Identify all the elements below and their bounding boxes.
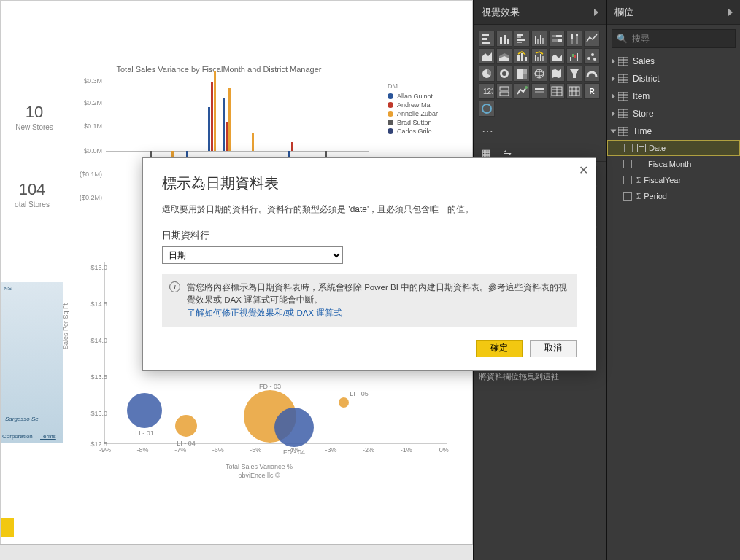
stacked-bar-chart-icon[interactable]: [479, 31, 495, 47]
svg-point-36: [587, 57, 590, 60]
legend-item: Allan Guinot: [388, 93, 438, 100]
mark-as-date-table-dialog: ✕ 標示為日期資料表 選取要用於日期的資料行。資料行的類型必須是 'date'，…: [142, 157, 596, 371]
bubble-label: FD - 03: [259, 383, 281, 390]
map-terms-link[interactable]: Terms: [40, 433, 56, 440]
filled-map-icon[interactable]: [549, 66, 565, 82]
chart2-ytick: $15.0: [90, 264, 107, 271]
svg-rect-4: [504, 35, 506, 44]
chart2-xtick: -8%: [137, 446, 149, 454]
bubble-label: LI - 05: [350, 390, 369, 397]
fields-search-input[interactable]: 🔍 搜尋: [612, 29, 736, 48]
map-visual[interactable]: NS Sargasso Se Corporation Terms: [1, 282, 63, 443]
table-label: District: [633, 74, 660, 84]
more-visuals-icon[interactable]: ⋯: [482, 124, 495, 138]
r-visual-icon[interactable]: R: [584, 83, 600, 99]
chart1-ytick: $0.0M: [84, 147, 102, 155]
visualizations-panel-header[interactable]: 視覺效果: [474, 0, 606, 25]
waterfall-chart-icon[interactable]: [566, 48, 582, 64]
svg-point-52: [525, 86, 528, 89]
stacked-column-chart-icon[interactable]: [496, 31, 512, 47]
map-credit: Corporation: [2, 433, 33, 440]
pie-chart-icon[interactable]: [479, 66, 495, 82]
chart1-ytick: $0.2M: [84, 99, 102, 106]
card-new-stores: 10 New Stores: [8, 103, 61, 131]
field-fiscalmonth[interactable]: FiscalMonth: [607, 156, 740, 172]
date-column-label: 日期資料行: [162, 229, 577, 242]
field-label: Period: [644, 192, 667, 201]
date-column-select[interactable]: 日期: [162, 246, 343, 264]
dialog-description: 選取要用於日期的資料行。資料行的類型必須是 'date'，且必須只包含唯一的值。: [162, 203, 577, 216]
table-item[interactable]: Item: [607, 88, 740, 105]
hundred-stacked-bar-icon[interactable]: [549, 31, 565, 47]
svg-marker-48: [570, 69, 579, 78]
field-period[interactable]: ΣPeriod: [607, 188, 740, 204]
funnel-icon[interactable]: [566, 66, 582, 82]
table-time[interactable]: Time: [607, 122, 740, 140]
svg-rect-54: [535, 91, 544, 93]
svg-rect-9: [517, 42, 522, 43]
bar: [226, 122, 228, 151]
chart2-ytick: $14.0: [90, 337, 107, 344]
table-label: Sales: [633, 56, 655, 66]
gauge-icon[interactable]: [584, 66, 600, 82]
donut-chart-icon[interactable]: [496, 66, 512, 82]
chart2-ytick: $12.5: [90, 440, 107, 448]
new-stores-value: 10: [8, 103, 61, 122]
line-stacked-column-icon[interactable]: [514, 48, 530, 64]
chart2-credit: obviEnce llc ©: [238, 472, 280, 479]
line-chart-icon[interactable]: [584, 31, 600, 47]
chart2-ytick: $13.0: [90, 410, 107, 417]
visualization-gallery: 123 R: [474, 25, 606, 122]
card-icon[interactable]: 123: [479, 83, 495, 99]
svg-rect-6: [517, 34, 523, 36]
ok-button[interactable]: 確定: [476, 340, 523, 357]
python-visual-icon[interactable]: [479, 101, 495, 117]
svg-point-38: [593, 58, 596, 61]
kpi-icon[interactable]: [514, 83, 530, 99]
bubble: [175, 415, 197, 437]
add-page-tab[interactable]: [1, 518, 14, 537]
treemap-icon[interactable]: [514, 66, 530, 82]
chevron-right-icon: [728, 9, 733, 16]
field-checkbox[interactable]: [623, 160, 632, 168]
map-label: Sargasso Se: [5, 416, 39, 422]
matrix-icon[interactable]: [566, 83, 582, 99]
clustered-column-chart-icon[interactable]: [531, 31, 547, 47]
legend-dot-icon: [388, 120, 393, 125]
chart2-xtick: -5%: [250, 446, 261, 454]
field-checkbox[interactable]: [623, 176, 632, 184]
map-icon[interactable]: [531, 66, 547, 82]
field-date[interactable]: Date: [607, 140, 740, 156]
info-text: 當您將內容標示為日期資料表時，系統會移除 Power BI 中的內建日期資料表。…: [187, 283, 567, 304]
field-checkbox[interactable]: [623, 192, 632, 201]
table-sales[interactable]: Sales: [607, 52, 740, 70]
clustered-bar-chart-icon[interactable]: [514, 31, 530, 47]
total-stores-value: 104: [4, 180, 61, 199]
table-label: Item: [633, 91, 650, 101]
table-icon: [618, 127, 628, 136]
field-fiscalyear[interactable]: ΣFiscalYear: [607, 172, 740, 188]
table-icon[interactable]: [549, 83, 565, 99]
table-district[interactable]: District: [607, 70, 740, 88]
field-checkbox[interactable]: [624, 144, 633, 152]
chart2-ytick: $14.5: [90, 300, 107, 308]
cancel-button[interactable]: 取消: [530, 340, 577, 357]
ribbon-chart-icon[interactable]: [549, 48, 565, 64]
hundred-stacked-column-icon[interactable]: [566, 31, 582, 47]
multi-row-card-icon[interactable]: [496, 83, 512, 99]
expand-icon: [612, 58, 615, 64]
scatter-chart-icon[interactable]: [584, 48, 600, 64]
info-icon: i: [169, 281, 180, 292]
line-clustered-column-icon[interactable]: [531, 48, 547, 64]
area-chart-icon[interactable]: [479, 48, 495, 64]
info-learn-more-link[interactable]: 了解如何修正視覺效果和/或 DAX 運算式: [187, 308, 342, 317]
svg-rect-12: [540, 35, 541, 44]
dialog-close-button[interactable]: ✕: [579, 163, 588, 177]
stacked-area-chart-icon[interactable]: [496, 48, 512, 64]
slicer-icon[interactable]: [531, 83, 547, 99]
chart2-xtick: -7%: [174, 446, 186, 454]
chart2-xtick: -6%: [212, 446, 224, 454]
fields-panel-header[interactable]: 欄位: [607, 0, 740, 25]
table-store[interactable]: Store: [607, 105, 740, 122]
bar: [211, 82, 213, 151]
